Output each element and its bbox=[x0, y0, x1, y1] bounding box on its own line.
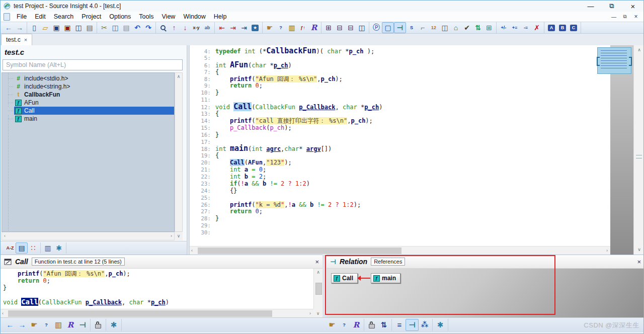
window-split-horizontal-button[interactable]: ⊟ bbox=[345, 23, 356, 33]
symbol-list-item[interactable]: ƒCall bbox=[2, 107, 174, 115]
day-view-button[interactable]: 12 bbox=[428, 23, 439, 33]
context-hscrollbar[interactable]: ‹ › bbox=[1, 309, 313, 318]
close-button[interactable]: × bbox=[622, 1, 643, 12]
forward-button[interactable]: → bbox=[16, 319, 28, 330]
symbol-list-item[interactable]: #include<string.h> bbox=[2, 82, 174, 91]
remove-from-list-button[interactable]: -≡ bbox=[520, 23, 531, 33]
symbol-browser-button[interactable]: ▥ bbox=[286, 23, 297, 33]
code-line[interactable]: 18:int main(int agrc,char* argv[]) bbox=[190, 145, 610, 152]
grid-table-button[interactable]: ⊞ bbox=[484, 23, 495, 33]
code-line[interactable]: 20: Call(AFun,"123"); bbox=[190, 159, 610, 166]
symbol-browser-button[interactable]: ▥ bbox=[52, 319, 64, 330]
vscroll-thumb[interactable] bbox=[636, 155, 642, 158]
hscroll-thumb[interactable] bbox=[198, 247, 401, 254]
code-line[interactable]: 13:{ bbox=[190, 111, 610, 118]
symbol-window-toggle-button[interactable]: ⌐ bbox=[417, 23, 428, 33]
sort-alphabetic-button[interactable]: A-Z bbox=[5, 243, 16, 253]
redo-button[interactable]: ↷ bbox=[143, 23, 154, 33]
editor-vscrollbar[interactable]: ∧ ∨ bbox=[633, 45, 644, 255]
code-line[interactable]: 26: printf("k = %d",!a && b != 2 ? 1:2); bbox=[190, 202, 610, 209]
window-cascade-button[interactable]: ◫ bbox=[356, 23, 367, 33]
search-forward-button[interactable]: ↓ bbox=[180, 23, 191, 33]
code-line[interactable]: 19:{ bbox=[190, 152, 610, 159]
menu-window[interactable]: Window bbox=[179, 12, 209, 21]
refresh-relation-button[interactable]: ⇅ bbox=[378, 319, 390, 330]
relation-r-button[interactable]: R bbox=[308, 23, 319, 33]
scroll-up-icon[interactable]: ∧ bbox=[634, 46, 644, 54]
symbol-list-hscrollbar[interactable]: ‹ › bbox=[2, 232, 175, 240]
context-vscrollbar[interactable]: ∧ bbox=[313, 269, 323, 309]
code-line[interactable]: 27: return 0; bbox=[190, 208, 610, 215]
macro-bird-button[interactable]: ✔ bbox=[461, 23, 472, 33]
style-a-button[interactable]: A bbox=[546, 23, 557, 33]
search-xy-button[interactable]: x-y bbox=[191, 23, 202, 33]
code-line[interactable]: 11: bbox=[190, 97, 610, 104]
save-all-button[interactable]: ◫ bbox=[73, 23, 84, 33]
print-button[interactable]: ▤ bbox=[84, 23, 95, 33]
scroll-up-icon[interactable]: ∧ bbox=[175, 73, 182, 80]
code-line[interactable]: 14: printf("call 直接打印出字符： %s\n",p_ch); bbox=[190, 118, 610, 125]
mdi-minimize-button[interactable]: — bbox=[608, 14, 619, 20]
scroll-down-icon[interactable]: ∨ bbox=[634, 246, 644, 254]
context-help-button[interactable]: ? bbox=[40, 319, 52, 330]
clone-window-button[interactable]: ◫ bbox=[439, 23, 450, 33]
search-button[interactable] bbox=[157, 23, 169, 33]
menu-search[interactable]: Search bbox=[50, 12, 78, 21]
symbol-name-input[interactable] bbox=[3, 59, 183, 70]
replace-button[interactable]: ab bbox=[202, 23, 213, 33]
hscroll-thumb[interactable] bbox=[8, 310, 272, 317]
copy-button[interactable]: ◫ bbox=[110, 23, 121, 33]
search-backward-button[interactable]: ↑ bbox=[169, 23, 180, 33]
scroll-right-icon[interactable]: › bbox=[309, 310, 311, 317]
code-line[interactable]: 16:} bbox=[190, 132, 610, 139]
lookup-references-button[interactable]: ƒ↑ bbox=[297, 23, 308, 33]
scroll-right-icon[interactable]: › bbox=[171, 232, 172, 240]
menu-options[interactable]: Options bbox=[105, 12, 135, 21]
code-line[interactable]: 24: {} bbox=[190, 188, 610, 195]
window-tile-button[interactable]: ⊞ bbox=[323, 23, 334, 33]
symbol-books-button[interactable]: ▥ bbox=[42, 243, 53, 253]
browse-project-symbols-button[interactable]: ☛ bbox=[28, 319, 40, 330]
back-button[interactable]: ← bbox=[4, 319, 16, 330]
relation-graph-canvas[interactable]: ƒCallƒmain bbox=[327, 269, 644, 318]
editor-hscrollbar[interactable]: ‹ › bbox=[190, 246, 610, 255]
menu-file[interactable]: File bbox=[13, 12, 31, 21]
toggle-plus-minus-button[interactable]: +/- bbox=[498, 23, 509, 33]
code-editor[interactable]: 4:typedef int (*CallbackFun)( char *p_ch… bbox=[190, 45, 610, 246]
save-as-button[interactable]: ▣ bbox=[62, 23, 73, 33]
scroll-down-icon[interactable]: ∨ bbox=[313, 309, 323, 318]
list-view-button[interactable]: ≡ bbox=[393, 319, 406, 330]
code-line[interactable]: 9: return 0; bbox=[190, 82, 610, 90]
menu-edit[interactable]: Edit bbox=[31, 12, 50, 21]
code-line[interactable]: 12:void Call(CallbackFun p_Callback, cha… bbox=[190, 104, 610, 111]
tab-close-icon[interactable]: × bbox=[24, 37, 27, 43]
bottom-panel-splitter[interactable] bbox=[323, 255, 327, 317]
save-button[interactable]: ▣ bbox=[51, 23, 62, 33]
paste-button[interactable]: ▤ bbox=[121, 23, 132, 33]
relation-window-button[interactable]: ⊣ bbox=[394, 22, 406, 33]
style-c-button[interactable]: C bbox=[568, 23, 579, 33]
code-line[interactable]: 29: bbox=[190, 222, 610, 229]
html-view-button[interactable]: ⌂ bbox=[450, 23, 461, 33]
relation-close-icon[interactable]: × bbox=[637, 258, 641, 266]
scroll-left-icon[interactable]: ‹ bbox=[4, 232, 6, 240]
forward-button[interactable]: → bbox=[14, 23, 25, 33]
vertical-graph-view-button[interactable]: ⁂ bbox=[419, 319, 431, 330]
symbol-options-gear-button[interactable]: ✱ bbox=[53, 243, 64, 253]
menu-project[interactable]: Project bbox=[77, 12, 105, 21]
menu-help[interactable]: Help bbox=[210, 12, 231, 21]
code-line[interactable]: 6:int AFun(char *p_ch) bbox=[190, 62, 610, 69]
context-help-button[interactable]: ? bbox=[338, 319, 350, 330]
minimize-button[interactable]: — bbox=[580, 1, 601, 12]
undo-button[interactable]: ↶ bbox=[132, 23, 143, 33]
scroll-left-icon[interactable]: ‹ bbox=[191, 247, 193, 255]
context-close-icon[interactable]: × bbox=[315, 258, 319, 266]
code-line[interactable]: 15: p_Callback(p_ch); bbox=[190, 125, 610, 132]
add-to-list-button[interactable]: +≡ bbox=[509, 23, 520, 33]
window-one-button[interactable]: ⊟ bbox=[334, 23, 345, 33]
relation-node-call[interactable]: ƒCall bbox=[331, 273, 358, 283]
symbol-list-item[interactable]: ƒmain bbox=[2, 115, 174, 123]
scroll-left-icon[interactable]: ‹ bbox=[2, 310, 4, 317]
symbol-list-vscrollbar[interactable]: ∧ bbox=[175, 72, 183, 232]
menu-tools[interactable]: Tools bbox=[135, 12, 157, 21]
